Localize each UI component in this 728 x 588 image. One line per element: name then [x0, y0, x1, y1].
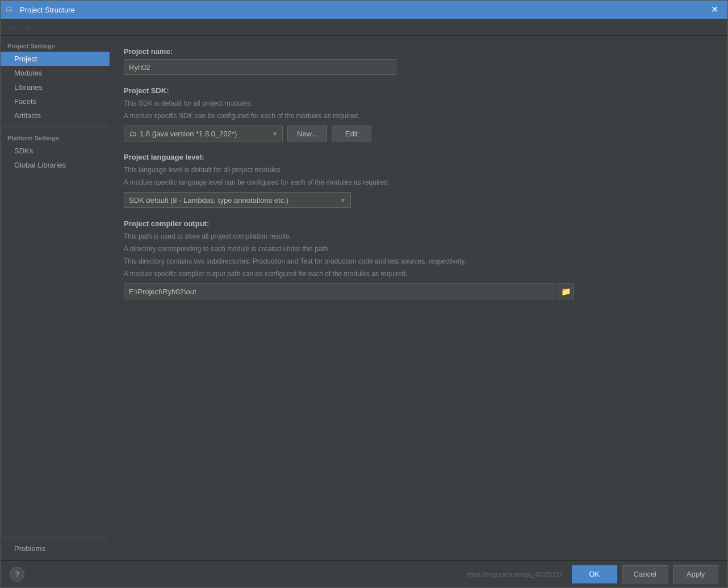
sidebar-item-modules-label: Modules [14, 69, 42, 77]
sidebar-item-sdks[interactable]: SDKs [1, 144, 110, 158]
language-level-dropdown[interactable]: SDK default (8 - Lambdas, type annotatio… [124, 192, 351, 208]
help-button[interactable]: ? [10, 567, 24, 582]
window-title: Project Structure [20, 6, 706, 14]
project-name-section: Project name: [124, 47, 714, 75]
project-sdk-section: Project SDK: This SDK is default for all… [124, 86, 714, 141]
cancel-button[interactable]: Cancel [622, 565, 668, 583]
sidebar-item-global-libraries[interactable]: Global Libraries [1, 158, 110, 172]
project-language-desc1: This language level is default for all p… [124, 165, 714, 175]
compiler-output-row: 📁 [124, 283, 714, 299]
sidebar: Project Settings Project Modules Librari… [1, 36, 110, 560]
language-dropdown-arrow: ▼ [340, 197, 346, 203]
window-icon: 🗂 [5, 5, 15, 15]
close-button[interactable]: ✕ [706, 3, 723, 16]
sdk-new-button[interactable]: New... [287, 126, 327, 141]
compiler-output-section: Project compiler output: This path is us… [124, 219, 714, 299]
compiler-output-desc4: A module specific compiler output path c… [124, 269, 714, 279]
sidebar-item-libraries[interactable]: Libraries [1, 80, 110, 94]
sdk-edit-button[interactable]: Edit [332, 126, 371, 141]
sidebar-item-problems-label: Problems [14, 544, 45, 553]
sidebar-item-libraries-label: Libraries [14, 83, 43, 91]
compiler-output-desc1: This path is used to store all project c… [124, 231, 714, 241]
title-bar: 🗂 Project Structure ✕ [1, 1, 727, 19]
toolbar: ← → [1, 19, 727, 36]
project-name-label: Project name: [124, 47, 714, 56]
platform-settings-section-label: Platform Settings [1, 130, 110, 144]
compiler-output-folder-button[interactable]: 📁 [558, 283, 574, 299]
ok-button[interactable]: OK [572, 565, 617, 583]
sdk-icon: 🗂 [129, 130, 136, 138]
project-language-label: Project language level: [124, 153, 714, 161]
compiler-output-path-input[interactable] [124, 283, 555, 299]
project-settings-section-label: Project Settings [1, 38, 110, 52]
main-content: Project Settings Project Modules Librari… [1, 36, 727, 560]
bottom-bar: ? https://blog.csdn.net/qq_45325217 OK C… [1, 560, 727, 587]
sidebar-item-global-libraries-label: Global Libraries [14, 161, 66, 169]
language-level-value: SDK default (8 - Lambdas, type annotatio… [129, 196, 288, 205]
sidebar-item-project-label: Project [14, 55, 37, 63]
project-language-section: Project language level: This language le… [124, 153, 714, 208]
sdk-dropdown[interactable]: 🗂 1.8 (java version *1.8.0_202*) ▼ [124, 126, 283, 141]
bottom-url: https://blog.csdn.net/qq_45325217 [24, 571, 572, 578]
project-name-input[interactable] [124, 59, 396, 75]
project-sdk-label: Project SDK: [124, 86, 714, 95]
project-structure-dialog: 🗂 Project Structure ✕ ← → Project Settin… [0, 0, 728, 588]
sidebar-item-facets-label: Facets [14, 97, 36, 106]
sidebar-item-sdks-label: SDKs [14, 147, 33, 155]
bottom-actions: OK Cancel Apply [572, 565, 718, 583]
sdk-row: 🗂 1.8 (java version *1.8.0_202*) ▼ New..… [124, 126, 714, 141]
sidebar-item-modules[interactable]: Modules [1, 66, 110, 80]
forward-button[interactable]: → [20, 22, 35, 33]
project-sdk-desc2: A module specific SDK can be configured … [124, 111, 714, 121]
folder-icon: 📁 [561, 287, 571, 296]
sidebar-item-artifacts[interactable]: Artifacts [1, 109, 110, 123]
compiler-output-desc2: A directory corresponding to each module… [124, 244, 714, 254]
sidebar-item-facets[interactable]: Facets [1, 94, 110, 109]
sidebar-item-artifacts-label: Artifacts [14, 111, 41, 120]
apply-button[interactable]: Apply [673, 565, 718, 583]
sdk-dropdown-arrow: ▼ [272, 131, 278, 137]
sdk-value: 1.8 (java version *1.8.0_202*) [140, 130, 237, 138]
sdk-dropdown-text: 🗂 1.8 (java version *1.8.0_202*) [129, 130, 237, 138]
compiler-output-desc3: This directory contains two subdirectori… [124, 256, 714, 266]
sidebar-item-problems[interactable]: Problems [1, 541, 110, 556]
content-area: Project name: Project SDK: This SDK is d… [110, 36, 727, 560]
project-sdk-desc1: This SDK is default for all project modu… [124, 98, 714, 109]
project-language-desc2: A module specific language level can be … [124, 177, 714, 187]
compiler-output-label: Project compiler output: [124, 219, 714, 228]
back-button[interactable]: ← [5, 22, 20, 33]
sidebar-item-project[interactable]: Project [1, 52, 110, 66]
